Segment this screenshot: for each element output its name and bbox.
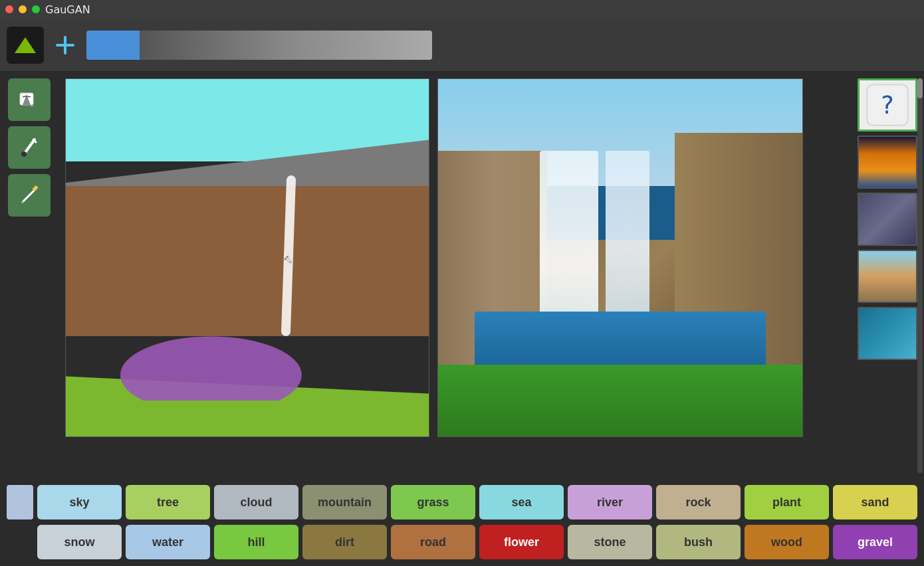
pencil-button[interactable] <box>8 174 51 217</box>
photo-grass <box>438 365 802 436</box>
label-gravel[interactable]: gravel <box>833 525 917 559</box>
add-button[interactable] <box>51 31 80 60</box>
label-mountain[interactable]: mountain <box>302 485 387 519</box>
thumbnail-storm[interactable] <box>858 193 917 246</box>
palette-row-2: snow water hill dirt road flower stone b… <box>7 525 917 559</box>
label-flower[interactable]: flower <box>479 525 564 559</box>
canvas-container <box>58 72 851 480</box>
svg-text:?: ? <box>881 91 894 120</box>
label-palette: sky tree cloud mountain grass sea river … <box>0 480 924 566</box>
active-swatch-2 <box>7 525 33 559</box>
left-tools <box>0 72 58 480</box>
brush-button[interactable] <box>8 126 51 169</box>
svg-point-5 <box>34 104 39 109</box>
label-snow[interactable]: snow <box>37 525 122 559</box>
label-stone[interactable]: stone <box>568 525 652 559</box>
result-canvas <box>437 78 803 437</box>
label-plant[interactable]: plant <box>745 485 829 519</box>
thumbnail-sunset[interactable] <box>858 136 917 189</box>
close-button[interactable] <box>5 5 13 13</box>
svg-point-8 <box>21 151 27 157</box>
label-bush[interactable]: bush <box>656 525 741 559</box>
svg-line-7 <box>24 140 35 154</box>
drawing-canvas[interactable] <box>65 78 429 437</box>
svg-marker-0 <box>15 37 36 53</box>
thumbnail-beach[interactable] <box>858 250 917 303</box>
paint-bucket-button[interactable] <box>8 78 51 121</box>
label-sky[interactable]: sky <box>37 485 122 519</box>
label-tree[interactable]: tree <box>126 485 210 519</box>
thumbnail-scrollbar[interactable] <box>917 78 923 473</box>
color-toolbar <box>86 31 432 60</box>
maximize-button[interactable] <box>32 5 40 13</box>
label-sand[interactable]: sand <box>833 485 917 519</box>
minimize-button[interactable] <box>19 5 27 13</box>
label-rock[interactable]: rock <box>656 485 741 519</box>
label-hill[interactable]: hill <box>214 525 298 559</box>
main-area: ? <box>0 72 924 480</box>
side-thumbnails: ? <box>851 72 924 480</box>
selected-color-swatch[interactable] <box>86 31 140 60</box>
thumbnail-dice[interactable]: ? <box>858 78 917 132</box>
label-grass[interactable]: grass <box>391 485 475 519</box>
label-water[interactable]: water <box>126 525 210 559</box>
label-sea[interactable]: sea <box>479 485 564 519</box>
label-river[interactable]: river <box>568 485 652 519</box>
thumbnail-wave[interactable] <box>858 307 917 360</box>
label-dirt[interactable]: dirt <box>302 525 387 559</box>
titlebar: GauGAN <box>0 0 924 19</box>
color-gradient[interactable] <box>140 31 432 60</box>
cursor-indicator <box>283 251 292 265</box>
toolbar <box>0 19 924 72</box>
palette-row-1: sky tree cloud mountain grass sea river … <box>7 485 917 519</box>
label-road[interactable]: road <box>391 525 475 559</box>
scrollbar-thumb[interactable] <box>917 78 923 98</box>
canvas-dirt-layer <box>66 186 429 336</box>
label-cloud[interactable]: cloud <box>214 485 298 519</box>
nvidia-logo <box>7 27 44 64</box>
label-wood[interactable]: wood <box>745 525 829 559</box>
canvas-water-layer <box>120 336 302 401</box>
app-title: GauGAN <box>45 3 90 16</box>
active-swatch <box>7 485 33 519</box>
